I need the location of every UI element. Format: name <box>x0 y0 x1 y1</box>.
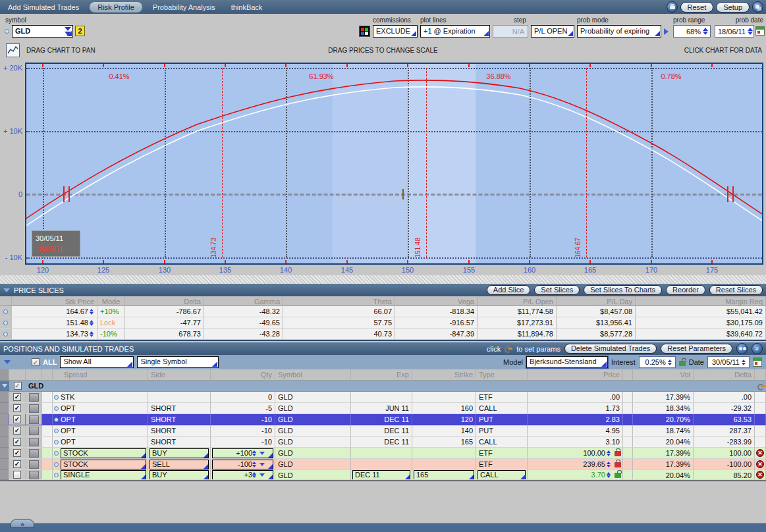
commissions-dropdown[interactable]: EXCLUDE <box>373 25 418 38</box>
set-slices-button[interactable]: Set Slices <box>534 285 580 295</box>
tab-probability-analysis[interactable]: Probability Analysis <box>145 2 223 13</box>
side-dropdown[interactable]: BUY <box>150 470 209 480</box>
all-checkbox[interactable] <box>32 358 40 366</box>
qty-stepper[interactable]: -100 <box>212 460 273 469</box>
setup-button[interactable]: Setup <box>716 2 750 13</box>
exp-dropdown[interactable]: DEC 11 <box>352 470 410 480</box>
collapse-icon[interactable] <box>2 384 7 388</box>
group-view-button[interactable] <box>736 343 748 354</box>
detach-window-button[interactable] <box>752 1 763 13</box>
table-row[interactable]: OPT SHORT -10 GLD DEC 11 140 PUT 4.95 18… <box>0 425 766 437</box>
pl-mode-dropdown[interactable]: P/L OPEN <box>531 25 574 38</box>
slice-dot-icon[interactable] <box>3 321 8 325</box>
table-row[interactable]: OPT SHORT -10 GLD DEC 11 165 CALL 3.10 2… <box>0 437 766 448</box>
reset-parameters-button[interactable]: Reset Parameters <box>661 344 732 354</box>
slice-line[interactable] <box>426 68 427 257</box>
row-dot-icon[interactable] <box>54 406 59 411</box>
section-divider[interactable] <box>0 275 766 284</box>
analyze-button[interactable] <box>29 427 39 435</box>
simulated-trade-row[interactable]: STOCK BUY +100 GLD ETF 100.00 17.39% 100… <box>0 448 766 459</box>
plot-lines-dropdown[interactable]: +1 @ Expiration <box>420 25 490 38</box>
spinner-icon[interactable] <box>607 450 613 456</box>
reorder-button[interactable]: Reorder <box>666 285 705 295</box>
spinner-icon[interactable] <box>90 331 96 337</box>
analyze-button[interactable] <box>29 404 39 413</box>
analyze-button[interactable] <box>29 449 39 458</box>
table-row[interactable]: STK 0 GLD ETF .00 17.39% .00 <box>0 392 766 403</box>
collapse-icon[interactable] <box>4 360 11 364</box>
prob-date-field[interactable]: 18/06/11 <box>715 25 754 38</box>
expand-arrow-icon[interactable] <box>664 28 669 35</box>
analyze-button[interactable] <box>29 438 39 446</box>
row-dot-icon[interactable] <box>54 395 59 400</box>
qty-stepper[interactable]: +3 <box>212 470 273 480</box>
reset-slices-button[interactable]: Reset Slices <box>709 285 763 295</box>
spread-dropdown[interactable]: SINGLE <box>61 470 146 480</box>
dropdown-arrow-icon[interactable] <box>260 473 265 477</box>
price-field[interactable]: 239.65 <box>528 459 623 470</box>
lock-icon[interactable] <box>615 462 621 467</box>
table-row[interactable]: OPT SHORT -5 GLD JUN 11 160 CALL 1.73 18… <box>0 403 766 414</box>
lock-icon[interactable] <box>615 451 621 456</box>
strike-dropdown[interactable]: 165 <box>414 470 474 480</box>
spinner-icon[interactable] <box>252 450 258 456</box>
price-field[interactable]: 100.00 <box>528 448 623 459</box>
spread-dropdown[interactable]: STOCK <box>61 448 146 458</box>
analyze-button[interactable] <box>29 460 39 469</box>
spinner-icon[interactable] <box>668 359 674 365</box>
reset-button[interactable]: Reset <box>680 2 714 13</box>
show-all-dropdown[interactable]: Show All <box>60 356 134 368</box>
calendar-icon[interactable] <box>753 358 762 367</box>
single-symbol-dropdown[interactable]: Single Symbol <box>137 356 219 368</box>
prob-range-field[interactable]: 68% <box>673 25 711 38</box>
row-dot-icon[interactable] <box>54 473 59 477</box>
row-dot-icon[interactable] <box>54 462 59 467</box>
slice-line[interactable] <box>586 68 587 257</box>
delete-row-button[interactable]: ✕ <box>756 449 764 457</box>
spinner-icon[interactable] <box>748 28 753 35</box>
group-checkbox[interactable] <box>14 382 22 390</box>
symbol-combo[interactable]: GLD <box>12 25 73 38</box>
simulated-trade-row[interactable]: SINGLE BUY +3 GLD DEC 11 165 CALL 3.70 2… <box>0 470 766 481</box>
tab-thinkback[interactable]: thinkBack <box>223 2 271 13</box>
side-dropdown[interactable]: SELL <box>150 460 209 469</box>
add-slice-button[interactable]: Add Slice <box>487 285 530 295</box>
print-button[interactable] <box>667 1 678 13</box>
model-dropdown[interactable]: Bjerksund-Stensland <box>526 356 608 368</box>
symbol-count-badge[interactable]: 2 <box>75 26 85 36</box>
table-row-selected[interactable]: OPT SHORT -10 GLD DEC 11 120 PUT 2.83 20… <box>0 414 766 425</box>
chart-style-button[interactable] <box>6 43 20 57</box>
analyze-button[interactable] <box>29 471 39 479</box>
dropdown-arrow-icon[interactable] <box>260 463 265 466</box>
spinner-icon[interactable] <box>90 320 96 326</box>
spinner-icon[interactable] <box>90 309 96 315</box>
wrench-icon[interactable] <box>757 384 763 388</box>
set-slices-to-charts-button[interactable]: Set Slices To Charts <box>584 285 662 295</box>
side-dropdown[interactable]: BUY <box>150 448 209 458</box>
slice-mode[interactable]: Lock <box>97 317 125 329</box>
unlock-icon[interactable] <box>679 361 686 366</box>
delete-simulated-trades-button[interactable]: Delete Simulated Trades <box>564 344 657 354</box>
chart-plot-area[interactable]: 134.73 151.48 164.67 0.41% 61.93% 36.88%… <box>25 63 763 265</box>
slice-line[interactable] <box>222 68 223 257</box>
tab-risk-profile[interactable]: Risk Profile <box>90 2 142 13</box>
unlock-icon[interactable] <box>615 473 621 478</box>
spinner-icon[interactable] <box>252 462 258 467</box>
row-checkbox[interactable] <box>13 438 21 446</box>
row-checkbox[interactable] <box>13 471 21 479</box>
type-dropdown[interactable]: CALL <box>478 470 526 480</box>
row-dot-icon[interactable] <box>54 440 59 444</box>
analyze-button[interactable] <box>29 415 39 424</box>
row-checkbox[interactable] <box>13 404 21 412</box>
spinner-icon[interactable] <box>607 472 613 478</box>
row-checkbox[interactable] <box>13 427 21 435</box>
qty-stepper[interactable]: +100 <box>212 448 273 458</box>
layout-grid-icon[interactable] <box>359 26 370 37</box>
prob-mode-dropdown[interactable]: Probability of expiring <box>577 25 661 38</box>
simulated-trade-row[interactable]: STOCK SELL -100 GLD ETF 239.65 17.39% -1… <box>0 459 766 470</box>
delete-row-button[interactable]: ✕ <box>756 471 764 479</box>
interest-field[interactable]: 0.25% <box>639 356 676 368</box>
row-checkbox[interactable] <box>13 460 21 468</box>
row-dot-icon[interactable] <box>54 417 59 422</box>
expand-panel-button[interactable]: « <box>11 519 34 528</box>
